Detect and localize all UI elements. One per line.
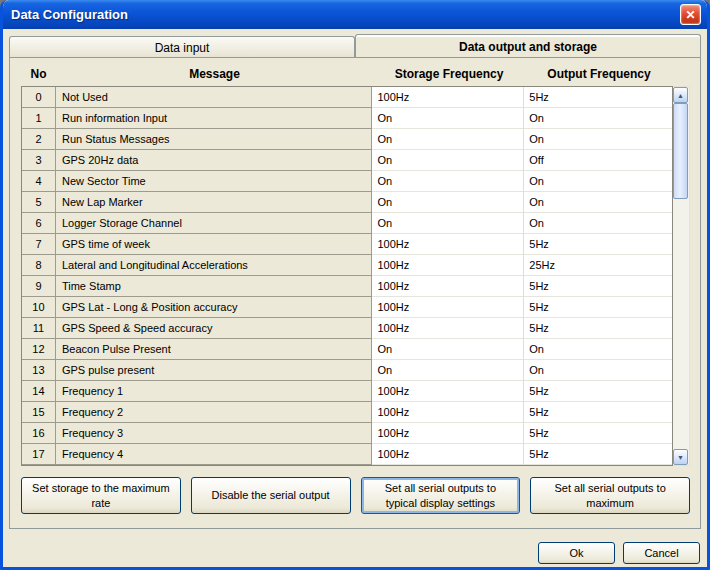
table-row[interactable]: 6Logger Storage ChannelOnOn [22, 213, 672, 234]
row-output-frequency[interactable]: 5Hz [524, 87, 672, 108]
row-no: 6 [22, 213, 56, 234]
row-output-frequency[interactable]: 5Hz [524, 402, 672, 423]
row-no: 7 [22, 234, 56, 255]
row-message: GPS pulse present [56, 360, 373, 381]
column-header-message: Message [56, 67, 373, 81]
row-storage-frequency[interactable]: 100Hz [372, 444, 524, 465]
row-storage-frequency[interactable]: On [372, 339, 524, 360]
row-output-frequency[interactable]: 5Hz [524, 444, 672, 465]
row-output-frequency[interactable]: On [524, 129, 672, 150]
scroll-thumb[interactable] [673, 103, 688, 199]
scroll-down-icon: ▼ [677, 454, 684, 461]
row-output-frequency[interactable]: 25Hz [524, 255, 672, 276]
row-storage-frequency[interactable]: 100Hz [372, 423, 524, 444]
row-message: New Sector Time [56, 171, 373, 192]
table-row[interactable]: 12Beacon Pulse PresentOnOn [22, 339, 672, 360]
row-message: Time Stamp [56, 276, 373, 297]
row-storage-frequency[interactable]: 100Hz [372, 234, 524, 255]
row-message: Frequency 4 [56, 444, 373, 465]
table-row[interactable]: 16Frequency 3100Hz5Hz [22, 423, 672, 444]
row-output-frequency[interactable]: 5Hz [524, 276, 672, 297]
row-storage-frequency[interactable]: On [372, 108, 524, 129]
row-output-frequency[interactable]: On [524, 339, 672, 360]
table-row[interactable]: 10GPS Lat - Long & Position accuracy100H… [22, 297, 672, 318]
table-row[interactable]: 3GPS 20Hz dataOnOff [22, 150, 672, 171]
table-row[interactable]: 2Run Status MessagesOnOn [22, 129, 672, 150]
set-serial-outputs-maximum-button[interactable]: Set all serial outputs to maximum [530, 477, 690, 514]
tab-data-input[interactable]: Data input [9, 36, 355, 57]
disable-serial-output-button[interactable]: Disable the serial output [191, 477, 351, 514]
scroll-up-icon: ▲ [677, 92, 684, 99]
row-storage-frequency[interactable]: On [372, 213, 524, 234]
row-output-frequency[interactable]: On [524, 213, 672, 234]
row-storage-frequency[interactable]: 100Hz [372, 276, 524, 297]
tab-data-output-and-storage[interactable]: Data output and storage [355, 34, 701, 57]
row-no: 3 [22, 150, 56, 171]
row-storage-frequency[interactable]: 100Hz [372, 87, 524, 108]
row-message: GPS Lat - Long & Position accuracy [56, 297, 373, 318]
row-storage-frequency[interactable]: 100Hz [372, 255, 524, 276]
table-row[interactable]: 15Frequency 2100Hz5Hz [22, 402, 672, 423]
ok-button[interactable]: Ok [538, 542, 615, 564]
row-message: GPS Speed & Speed accuracy [56, 318, 373, 339]
message-table: 0Not Used100Hz5Hz1Run information InputO… [21, 86, 690, 466]
cancel-button[interactable]: Cancel [623, 542, 700, 564]
set-serial-outputs-typical-button[interactable]: Set all serial outputs to typical displa… [361, 477, 521, 514]
row-storage-frequency[interactable]: 100Hz [372, 297, 524, 318]
row-no: 0 [22, 87, 56, 108]
row-no: 8 [22, 255, 56, 276]
set-storage-maximum-rate-button[interactable]: Set storage to the maximum rate [21, 477, 181, 514]
row-output-frequency[interactable]: On [524, 108, 672, 129]
row-output-frequency[interactable]: 5Hz [524, 423, 672, 444]
row-output-frequency[interactable]: 5Hz [524, 234, 672, 255]
table-row[interactable]: 9Time Stamp100Hz5Hz [22, 276, 672, 297]
table-header-row: No Message Storage Frequency Output Freq… [21, 62, 690, 86]
row-storage-frequency[interactable]: 100Hz [372, 381, 524, 402]
row-output-frequency[interactable]: 5Hz [524, 381, 672, 402]
vertical-scrollbar[interactable]: ▲ ▼ [673, 86, 690, 466]
row-no: 4 [22, 171, 56, 192]
tab-bar: Data input Data output and storage [9, 34, 701, 57]
close-icon: ✕ [685, 8, 695, 22]
row-storage-frequency[interactable]: On [372, 150, 524, 171]
table-row[interactable]: 1Run information InputOnOn [22, 108, 672, 129]
window-title: Data Configuration [11, 7, 680, 22]
row-output-frequency[interactable]: 5Hz [524, 318, 672, 339]
dialog-button-row: Ok Cancel [3, 542, 700, 564]
column-header-no: No [21, 67, 56, 81]
table-row[interactable]: 13GPS pulse presentOnOn [22, 360, 672, 381]
table-row[interactable]: 11GPS Speed & Speed accuracy100Hz5Hz [22, 318, 672, 339]
row-storage-frequency[interactable]: 100Hz [372, 402, 524, 423]
row-storage-frequency[interactable]: On [372, 192, 524, 213]
row-no: 17 [22, 444, 56, 465]
table-row[interactable]: 8Lateral and Longitudinal Accelerations1… [22, 255, 672, 276]
close-button[interactable]: ✕ [680, 4, 701, 25]
row-storage-frequency[interactable]: On [372, 171, 524, 192]
row-output-frequency[interactable]: On [524, 192, 672, 213]
row-output-frequency[interactable]: On [524, 171, 672, 192]
row-no: 9 [22, 276, 56, 297]
scroll-track[interactable] [673, 103, 689, 449]
row-output-frequency[interactable]: On [524, 360, 672, 381]
table-row[interactable]: 7GPS time of week100Hz5Hz [22, 234, 672, 255]
row-message: New Lap Marker [56, 192, 373, 213]
scroll-up-button[interactable]: ▲ [673, 87, 688, 103]
action-button-row: Set storage to the maximum rateDisable t… [21, 477, 690, 514]
tab-panel: No Message Storage Frequency Output Freq… [9, 57, 701, 529]
table-row[interactable]: 4New Sector TimeOnOn [22, 171, 672, 192]
row-no: 1 [22, 108, 56, 129]
row-storage-frequency[interactable]: On [372, 360, 524, 381]
scroll-down-button[interactable]: ▼ [673, 449, 688, 465]
table-row[interactable]: 14Frequency 1100Hz5Hz [22, 381, 672, 402]
row-message: GPS 20Hz data [56, 150, 373, 171]
table-row[interactable]: 5New Lap MarkerOnOn [22, 192, 672, 213]
row-storage-frequency[interactable]: On [372, 129, 524, 150]
row-no: 12 [22, 339, 56, 360]
table-row[interactable]: 17Frequency 4100Hz5Hz [22, 444, 672, 465]
row-no: 5 [22, 192, 56, 213]
row-storage-frequency[interactable]: 100Hz [372, 318, 524, 339]
row-output-frequency[interactable]: 5Hz [524, 297, 672, 318]
titlebar[interactable]: Data Configuration ✕ [3, 0, 707, 29]
table-row[interactable]: 0Not Used100Hz5Hz [22, 87, 672, 108]
row-output-frequency[interactable]: Off [524, 150, 672, 171]
